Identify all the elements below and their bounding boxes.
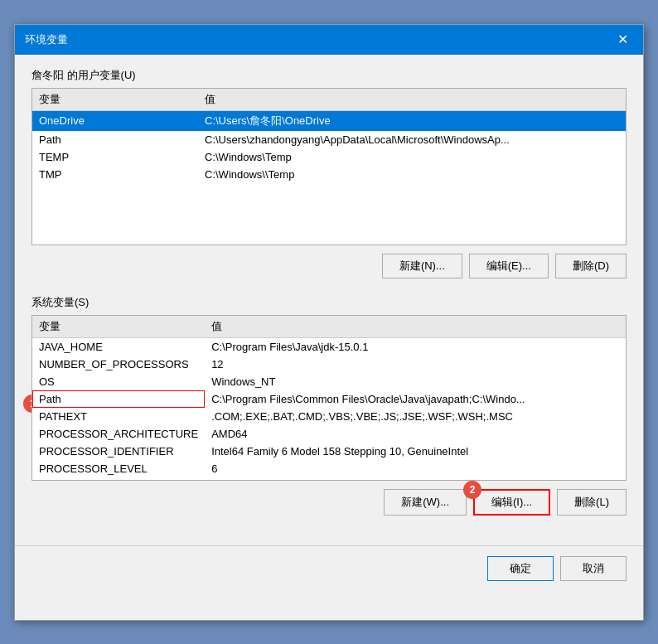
system-section-label: 系统变量(S) <box>31 295 627 310</box>
user-table-row[interactable]: PathC:\Users\zhandongyang\AppData\Local\… <box>32 131 626 148</box>
user-buttons-row: 新建(N)... 编辑(E)... 删除(D) <box>31 254 627 278</box>
system-table-row[interactable]: PROCESSOR_ARCHITECTUREAMD64 <box>32 425 626 443</box>
user-table-row[interactable]: TEMPC:\Windows\Temp <box>32 148 626 166</box>
user-variables-table[interactable]: 变量 值 OneDriveC:\Users\詹冬阳\OneDrivePathC:… <box>31 88 627 245</box>
user-table-row[interactable]: TMPC:\Windows\\Temp <box>32 166 626 183</box>
system-delete-button[interactable]: 删除(L) <box>557 489 627 516</box>
close-button[interactable]: ✕ <box>612 31 633 48</box>
user-table-row[interactable]: OneDriveC:\Users\詹冬阳\OneDrive <box>32 110 626 131</box>
system-table-row[interactable]: PROCESSOR_LEVEL6 <box>32 460 626 477</box>
user-variables-section: 詹冬阳 的用户变量(U) 变量 值 OneDriveC:\Users\詹冬阳\O… <box>31 68 627 278</box>
system-table-row[interactable]: PATHEXT.COM;.EXE;.BAT;.CMD;.VBS;.VBE;.JS… <box>32 408 626 425</box>
environment-variables-dialog: 环境变量 ✕ 詹冬阳 的用户变量(U) 变量 值 OneDriveC:\User… <box>14 24 644 621</box>
system-variables-section: 系统变量(S) 1 变量 值 JAVA_HOMEC:\Program Files… <box>31 295 627 516</box>
dialog-title: 环境变量 <box>25 32 68 47</box>
system-edit-button[interactable]: 编辑(I)... <box>473 489 550 516</box>
system-buttons-row: 2 新建(W)... 编辑(I)... 删除(L) <box>31 489 627 516</box>
system-table-row[interactable]: PROCESSOR_IDENTIFIERIntel64 Family 6 Mod… <box>32 443 626 460</box>
system-table-row[interactable]: PathC:\Program Files\Common Files\Oracle… <box>32 390 626 408</box>
sys-col-val: 值 <box>205 316 626 338</box>
user-delete-button[interactable]: 删除(D) <box>555 254 627 278</box>
title-bar: 环境变量 ✕ <box>15 25 643 55</box>
sys-col-var: 变量 <box>32 316 205 338</box>
system-new-button[interactable]: 新建(W)... <box>384 489 467 516</box>
user-col-var: 变量 <box>32 89 198 111</box>
footer-buttons: 确定 取消 <box>15 545 643 591</box>
system-table-row[interactable]: OSWindows_NT <box>32 373 626 390</box>
user-new-button[interactable]: 新建(N)... <box>382 254 462 278</box>
user-section-label: 詹冬阳 的用户变量(U) <box>31 68 627 83</box>
ok-button[interactable]: 确定 <box>487 556 554 581</box>
system-table-row[interactable]: JAVA_HOMEC:\Program Files\Java\jdk-15.0.… <box>32 337 626 356</box>
system-table-row[interactable]: NUMBER_OF_PROCESSORS12 <box>32 356 626 373</box>
system-variables-table[interactable]: 变量 值 JAVA_HOMEC:\Program Files\Java\jdk-… <box>31 315 627 481</box>
cancel-button[interactable]: 取消 <box>560 556 627 581</box>
user-edit-button[interactable]: 编辑(E)... <box>469 254 549 278</box>
user-col-val: 值 <box>198 89 626 111</box>
badge-2: 2 <box>463 481 481 499</box>
